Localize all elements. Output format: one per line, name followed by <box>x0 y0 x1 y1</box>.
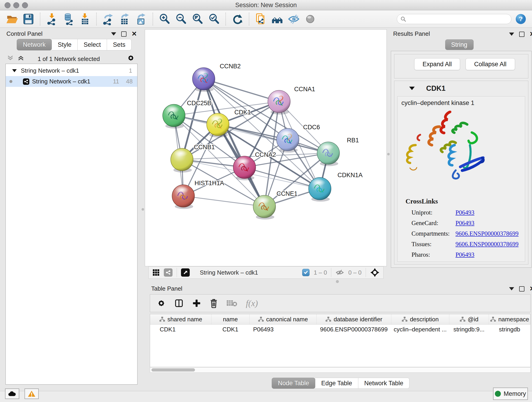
zoom-window-icon[interactable] <box>22 2 28 8</box>
create-column-icon[interactable] <box>192 298 201 308</box>
node-label-CCNA1: CCNA1 <box>294 86 315 93</box>
memory-button[interactable]: Memory <box>493 388 528 400</box>
zoom-selected-icon[interactable] <box>208 13 220 26</box>
tab-string[interactable]: String <box>445 39 474 50</box>
network-collection-label: String Network – cdk1 <box>21 67 79 74</box>
column-header-canonical-name[interactable]: canonical name <box>249 314 317 325</box>
search-input[interactable] <box>397 14 511 24</box>
float-results-panel-icon[interactable] <box>519 32 525 37</box>
crosslinks-title: CrossLinks <box>405 198 438 205</box>
node-label-CCNE1: CCNE1 <box>277 190 298 197</box>
show-all-icon[interactable] <box>304 13 317 26</box>
node-label-CCNA2: CCNA2 <box>255 151 276 158</box>
tab-style[interactable]: Style <box>52 39 78 51</box>
import-network-from-database-icon[interactable] <box>62 13 75 26</box>
bottom-splitter-handle[interactable] <box>336 280 339 283</box>
export-network-icon[interactable] <box>102 13 114 26</box>
scrollbar-thumb[interactable] <box>152 368 195 371</box>
network-options-gear-icon[interactable] <box>127 54 135 63</box>
hide-selected-icon[interactable] <box>287 13 300 26</box>
first-neighbors-icon[interactable] <box>271 13 284 26</box>
collapse-results-panel-icon[interactable] <box>509 32 514 36</box>
table-cell[interactable]: 9606.ENSP00000378699 <box>317 325 391 334</box>
column-header-shared-name[interactable]: shared name <box>150 314 211 325</box>
export-table-icon[interactable] <box>118 13 131 26</box>
column-tree-icon <box>460 317 466 322</box>
column-header-database-identifier[interactable]: database identifier <box>317 314 391 325</box>
column-header-name[interactable]: name <box>211 314 249 325</box>
new-network-from-selection-icon[interactable] <box>254 13 267 26</box>
export-image-icon[interactable] <box>135 13 147 26</box>
crosslink-value[interactable]: P06493 <box>456 220 475 227</box>
expand-all-button[interactable]: Expand All <box>414 58 460 70</box>
node-label-CDKN1A: CDKN1A <box>337 172 363 179</box>
left-splitter-handle[interactable] <box>142 208 144 211</box>
cloud-button[interactable] <box>5 389 19 399</box>
zoom-fit-icon[interactable] <box>191 13 204 26</box>
tree-expand-icon[interactable] <box>12 69 17 72</box>
network-edge-HIST1H1A-CCNE1[interactable] <box>183 196 264 206</box>
fit-selected-crosshair-icon[interactable] <box>370 268 380 277</box>
collapse-table-panel-icon[interactable] <box>509 287 514 290</box>
title-bar: Session: New Session <box>0 0 532 10</box>
table-cell[interactable]: stringdb <box>489 325 530 334</box>
tab-node-table[interactable]: Node Table <box>272 378 315 389</box>
close-results-panel-icon[interactable]: ✕ <box>530 31 532 37</box>
node-label-CDC6: CDC6 <box>303 124 320 131</box>
network-tree-child-row[interactable]: String Network – cdk1 11 48 <box>6 76 137 87</box>
zoom-in-icon[interactable] <box>158 13 171 26</box>
help-icon[interactable]: ? <box>515 13 526 26</box>
close-table-panel-icon[interactable]: ✕ <box>530 286 532 292</box>
tab-sets[interactable]: Sets <box>107 39 132 51</box>
collapse-panel-icon[interactable] <box>111 32 116 36</box>
float-table-panel-icon[interactable] <box>519 286 525 292</box>
control-panel-title: Control Panel <box>6 30 43 37</box>
control-panel: Control Panel ✕ Network Style Select Set… <box>0 28 140 387</box>
minimize-window-icon[interactable] <box>13 2 19 8</box>
table-cell[interactable]: cyclin–dependent ... <box>391 325 449 334</box>
crosslink-value[interactable]: P06493 <box>456 251 475 258</box>
hidden-eye-icon[interactable] <box>336 269 344 276</box>
import-table-from-file-icon[interactable] <box>78 13 91 26</box>
column-header-namespace[interactable]: namespace <box>489 314 530 325</box>
table-cell[interactable]: P06493 <box>249 325 317 334</box>
table-horizontal-scrollbar[interactable] <box>150 367 531 373</box>
table-settings-gear-icon[interactable] <box>157 298 166 308</box>
column-header-description[interactable]: description <box>391 314 449 325</box>
collapse-all-button[interactable]: Collapse All <box>466 58 515 70</box>
node-label-CDC25B: CDC25B <box>187 100 211 107</box>
crosslink-value[interactable]: P06493 <box>456 209 475 216</box>
delete-column-icon[interactable] <box>209 298 218 308</box>
crosslink-value[interactable]: 9606.ENSP00000378699 <box>456 230 519 237</box>
network-tree-root-row[interactable]: String Network – cdk1 1 <box>6 65 137 76</box>
import-network-from-file-icon[interactable] <box>45 13 58 26</box>
gene-section-collapse-icon[interactable] <box>409 87 415 90</box>
save-session-icon[interactable] <box>22 13 35 26</box>
column-header--id[interactable]: @id <box>449 314 489 325</box>
zoom-out-icon[interactable] <box>175 13 187 26</box>
network-badge-icon[interactable] <box>164 268 172 277</box>
close-window-icon[interactable] <box>5 2 11 8</box>
table-cell[interactable]: stringdb:9... <box>449 325 489 334</box>
table-cell[interactable]: CDK1 <box>211 325 249 334</box>
column-tree-icon <box>325 317 331 322</box>
network-edge-CCNB2-CCNA1[interactable] <box>204 79 279 102</box>
selected-checkbox-icon[interactable] <box>302 269 310 276</box>
tab-select[interactable]: Select <box>78 39 107 51</box>
refresh-view-icon[interactable] <box>231 13 244 26</box>
birds-eye-view-icon[interactable] <box>181 268 190 277</box>
right-splitter-handle[interactable] <box>387 153 390 155</box>
network-canvas[interactable]: CCNB2CCNA1CDC25BCDK1CDC6RB1CCNB1CCNA2CDK… <box>145 29 387 266</box>
show-columns-icon[interactable] <box>174 298 184 308</box>
close-panel-icon[interactable]: ✕ <box>132 31 137 37</box>
float-panel-icon[interactable] <box>121 32 127 37</box>
warnings-button[interactable] <box>25 389 39 399</box>
table-cell[interactable]: CDK1 <box>150 325 211 334</box>
grid-view-icon[interactable] <box>152 269 160 276</box>
tab-network-table[interactable]: Network Table <box>358 378 410 389</box>
tab-network[interactable]: Network <box>17 39 52 51</box>
table-row[interactable]: CDK1CDK1P064939606.ENSP00000378699cyclin… <box>150 325 530 334</box>
open-session-icon[interactable] <box>6 13 18 26</box>
crosslink-value[interactable]: 9606.ENSP00000378699 <box>456 241 519 248</box>
tab-edge-table[interactable]: Edge Table <box>315 378 358 389</box>
